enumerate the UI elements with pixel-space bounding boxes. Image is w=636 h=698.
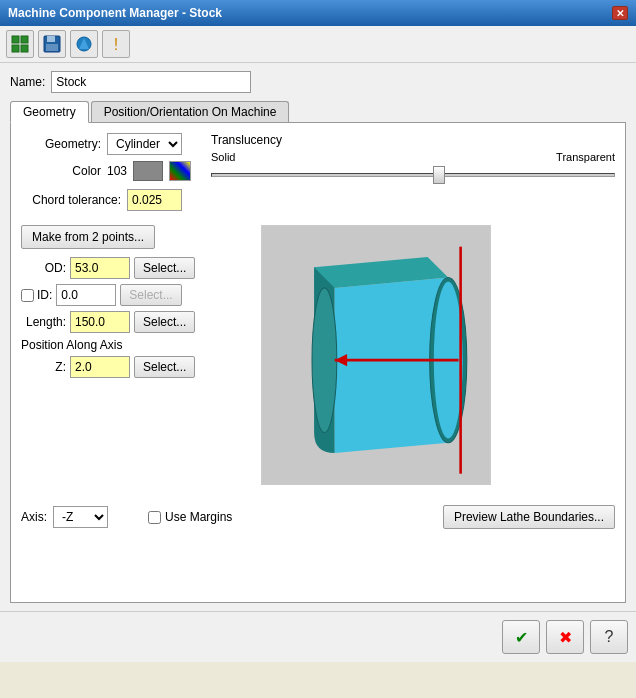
chord-tolerance-input[interactable] — [127, 189, 182, 211]
chord-tolerance-label: Chord tolerance: — [21, 193, 121, 207]
svg-rect-0 — [12, 36, 19, 43]
help-icon: ? — [605, 628, 614, 646]
name-input[interactable] — [51, 71, 251, 93]
slider-track — [211, 173, 615, 177]
close-button[interactable]: ✕ — [612, 6, 628, 20]
name-label: Name: — [10, 75, 45, 89]
cancel-icon: ✖ — [559, 628, 572, 647]
color-value: 103 — [107, 164, 127, 178]
left-controls: Make from 2 points... OD: Select... ID: … — [21, 225, 251, 485]
chord-tolerance-row: Chord tolerance: — [21, 189, 191, 211]
tab-geometry[interactable]: Geometry — [10, 101, 89, 123]
z-row: Z: Select... — [21, 356, 251, 378]
id-label: ID: — [37, 288, 52, 302]
color-row: Color 103 — [21, 161, 191, 181]
od-select-button[interactable]: Select... — [134, 257, 195, 279]
bottom-bar: Axis: -Z +Z -X +X -Y +Y Use Margins Prev… — [21, 499, 615, 529]
cancel-button[interactable]: ✖ — [546, 620, 584, 654]
translucency-labels: Solid Transparent — [211, 151, 615, 163]
svg-point-13 — [312, 288, 337, 432]
use-margins-label: Use Margins — [165, 510, 232, 524]
z-label: Z: — [21, 360, 66, 374]
svg-rect-3 — [21, 45, 28, 52]
translucency-section: Translucency Solid Transparent — [211, 133, 615, 185]
toolbar: ! — [0, 26, 636, 63]
geometry-panel: Geometry: Cylinder Block Sphere Color 10… — [10, 123, 626, 603]
position-title: Position Along Axis — [21, 338, 251, 352]
window-title: Machine Component Manager - Stock — [8, 6, 222, 20]
make-from-button[interactable]: Make from 2 points... — [21, 225, 155, 249]
title-bar: Machine Component Manager - Stock ✕ — [0, 0, 636, 26]
use-margins-checkbox[interactable] — [148, 511, 161, 524]
use-margins-row: Use Margins — [148, 510, 232, 524]
warning-icon[interactable]: ! — [102, 30, 130, 58]
id-checkbox-label: ID: — [21, 288, 52, 302]
translucency-slider-container — [211, 165, 615, 185]
length-row: Length: Select... — [21, 311, 251, 333]
color-swatch[interactable] — [133, 161, 163, 181]
name-row: Name: — [10, 71, 626, 93]
od-row: OD: Select... — [21, 257, 251, 279]
position-section: Position Along Axis Z: Select... — [21, 338, 251, 378]
dialog-footer: ✔ ✖ ? — [0, 611, 636, 662]
component-icon[interactable] — [70, 30, 98, 58]
preview-lathe-button[interactable]: Preview Lathe Boundaries... — [443, 505, 615, 529]
axis-label: Axis: — [21, 510, 47, 524]
main-content: Name: Geometry Position/Orientation On M… — [0, 63, 636, 611]
3d-preview — [261, 225, 491, 485]
grid-icon[interactable] — [6, 30, 34, 58]
id-checkbox[interactable] — [21, 289, 34, 302]
svg-rect-6 — [46, 44, 58, 51]
od-label: OD: — [21, 261, 66, 275]
solid-label: Solid — [211, 151, 235, 163]
title-bar-controls[interactable]: ✕ — [612, 6, 628, 20]
geometry-label: Geometry: — [21, 137, 101, 151]
ok-button[interactable]: ✔ — [502, 620, 540, 654]
color-label: Color — [21, 164, 101, 178]
tab-position[interactable]: Position/Orientation On Machine — [91, 101, 290, 122]
bottom-left: Axis: -Z +Z -X +X -Y +Y Use Margins — [21, 506, 232, 528]
axis-select[interactable]: -Z +Z -X +X -Y +Y — [53, 506, 108, 528]
tabs-container: Geometry Position/Orientation On Machine — [10, 101, 626, 123]
length-select-button[interactable]: Select... — [134, 311, 195, 333]
cylinder-svg — [262, 226, 490, 484]
svg-rect-5 — [47, 36, 55, 42]
lower-section: Make from 2 points... OD: Select... ID: … — [21, 225, 615, 485]
od-input[interactable] — [70, 257, 130, 279]
svg-text:!: ! — [114, 36, 118, 53]
length-label: Length: — [21, 315, 66, 329]
ok-icon: ✔ — [515, 628, 528, 647]
translucency-title: Translucency — [211, 133, 615, 147]
help-button[interactable]: ? — [590, 620, 628, 654]
id-select-button[interactable]: Select... — [120, 284, 181, 306]
z-select-button[interactable]: Select... — [134, 356, 195, 378]
translucency-slider[interactable] — [433, 166, 445, 184]
svg-rect-1 — [21, 36, 28, 43]
transparent-label: Transparent — [556, 151, 615, 163]
id-row: ID: Select... — [21, 284, 251, 306]
geometry-select[interactable]: Cylinder Block Sphere — [107, 133, 182, 155]
id-input[interactable] — [56, 284, 116, 306]
save-icon[interactable] — [38, 30, 66, 58]
length-input[interactable] — [70, 311, 130, 333]
axis-row: Axis: -Z +Z -X +X -Y +Y — [21, 506, 108, 528]
geometry-row: Geometry: Cylinder Block Sphere — [21, 133, 191, 155]
color-picker-button[interactable] — [169, 161, 191, 181]
svg-rect-2 — [12, 45, 19, 52]
geometry-color-section: Geometry: Cylinder Block Sphere Color 10… — [21, 133, 191, 217]
z-input[interactable] — [70, 356, 130, 378]
